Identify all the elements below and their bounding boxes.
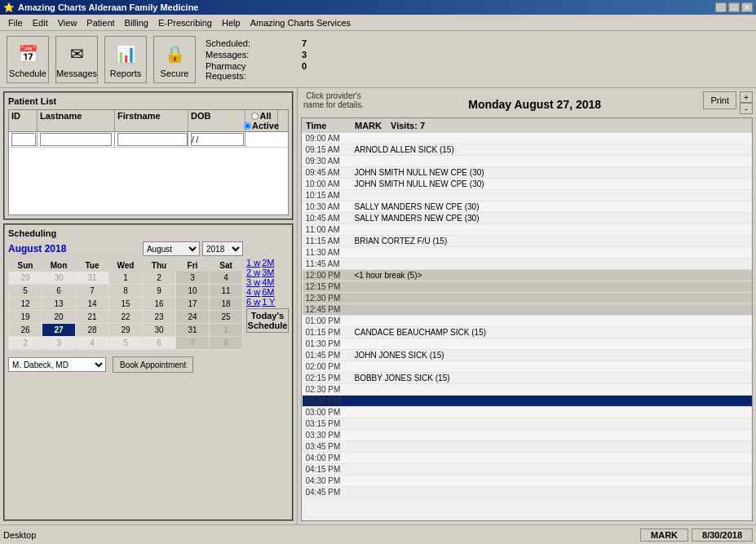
schedule-row[interactable]: 01:45 PMJOHN JONES SICK (15): [303, 350, 752, 361]
schedule-row[interactable]: 09:00 AM: [303, 133, 752, 144]
cal-day-3-2[interactable]: 21: [76, 311, 109, 324]
cal-day-0-1[interactable]: 30: [42, 272, 76, 285]
cal-day-3-4[interactable]: 23: [143, 311, 176, 324]
cal-day-5-3[interactable]: 5: [109, 337, 143, 350]
schedule-appointment[interactable]: [351, 224, 752, 236]
cal-day-0-0[interactable]: 29: [9, 272, 42, 285]
schedule-appointment[interactable]: SALLY MANDERS NEW CPE (30): [351, 213, 752, 224]
schedule-row[interactable]: 12:00 PM<1 hour break (5)>: [303, 270, 752, 281]
cal-day-4-6[interactable]: 1: [210, 324, 243, 337]
schedule-appointment[interactable]: JOHN JONES SICK (15): [351, 350, 752, 361]
schedule-row[interactable]: 03:45 PM: [303, 441, 752, 453]
cal-day-3-3[interactable]: 22: [109, 311, 143, 324]
week-link-2w[interactable]: 2 w3M: [246, 268, 289, 277]
cal-day-5-2[interactable]: 4: [76, 337, 109, 350]
menu-item-patient[interactable]: Patient: [82, 16, 119, 29]
book-appointment-button[interactable]: Book Appointment: [113, 356, 193, 373]
cal-day-5-1[interactable]: 3: [42, 337, 76, 350]
cal-day-4-3[interactable]: 29: [109, 324, 143, 337]
cal-day-4-0[interactable]: 26: [9, 324, 42, 337]
schedule-appointment[interactable]: CANDACE BEAUCHAMP SICK (15): [351, 327, 752, 338]
schedule-appointment[interactable]: [351, 247, 752, 259]
schedule-appointment[interactable]: SALLY MANDERS NEW CPE (30): [351, 201, 752, 213]
schedule-row[interactable]: 03:30 PM: [303, 430, 752, 441]
cal-day-2-0[interactable]: 12: [9, 298, 42, 311]
cal-day-5-5[interactable]: 7: [176, 337, 210, 350]
schedule-row[interactable]: 09:15 AMARNOLD ALLEN SICK (15): [303, 144, 752, 156]
schedule-row[interactable]: 04:15 PM: [303, 464, 752, 475]
cal-day-4-1[interactable]: 27: [42, 324, 76, 337]
schedule-row[interactable]: 01:15 PMCANDACE BEAUCHAMP SICK (15): [303, 327, 752, 338]
cal-day-1-1[interactable]: 6: [42, 285, 76, 298]
cal-day-4-4[interactable]: 30: [143, 324, 176, 337]
cal-day-5-0[interactable]: 2: [9, 337, 42, 350]
schedule-row[interactable]: 04:00 PM: [303, 453, 752, 464]
cal-day-0-2[interactable]: 31: [76, 272, 109, 285]
schedule-row[interactable]: 12:30 PM: [303, 293, 752, 304]
maximize-button[interactable]: □: [728, 2, 740, 12]
schedule-appointment[interactable]: [351, 418, 752, 430]
schedule-row[interactable]: 11:15 AMBRIAN CORTEZ F/U (15): [303, 236, 752, 247]
schedule-row[interactable]: 10:45 AMSALLY MANDERS NEW CPE (30): [303, 213, 752, 224]
menu-item-e-prescribing[interactable]: E-Prescribing: [153, 16, 217, 29]
menu-item-view[interactable]: View: [53, 16, 82, 29]
lastname-input[interactable]: [40, 133, 112, 146]
cal-day-2-2[interactable]: 14: [76, 298, 109, 311]
schedule-appointment[interactable]: [351, 487, 752, 498]
menu-item-help[interactable]: Help: [217, 16, 245, 29]
cal-day-1-0[interactable]: 5: [9, 285, 42, 298]
menu-item-amazing-charts-services[interactable]: Amazing Charts Services: [245, 16, 356, 29]
schedule-appointment[interactable]: [351, 304, 752, 316]
cal-day-0-5[interactable]: 3: [176, 272, 210, 285]
schedule-row[interactable]: 10:00 AMJOHN SMITH NULL NEW CPE (30): [303, 179, 752, 190]
schedule-appointment[interactable]: [351, 316, 752, 327]
zoom-out-button[interactable]: -: [740, 103, 753, 114]
schedule-row[interactable]: 02:00 PM: [303, 361, 752, 373]
schedule-appointment[interactable]: [351, 384, 752, 396]
cal-day-0-6[interactable]: 4: [210, 272, 243, 285]
schedule-appointment[interactable]: [351, 259, 752, 270]
schedule-appointment[interactable]: [351, 430, 752, 441]
schedule-button[interactable]: 📅 Schedule: [7, 36, 49, 83]
week-link-4w[interactable]: 4 w6M: [246, 287, 289, 297]
schedule-row[interactable]: 11:30 AM: [303, 247, 752, 259]
schedule-appointment[interactable]: [351, 293, 752, 304]
schedule-row[interactable]: 10:15 AM: [303, 190, 752, 201]
cal-day-1-5[interactable]: 10: [176, 285, 210, 298]
schedule-appointment[interactable]: [351, 156, 752, 167]
schedule-row[interactable]: 09:45 AMJOHN SMITH NULL NEW CPE (30): [303, 167, 752, 179]
cal-day-1-4[interactable]: 9: [143, 285, 176, 298]
week-link-6w[interactable]: 6 w1 Y: [246, 297, 289, 307]
schedule-row[interactable]: 01:00 PM: [303, 316, 752, 327]
id-input[interactable]: [11, 133, 36, 146]
schedule-row[interactable]: 11:45 AM: [303, 259, 752, 270]
cal-day-2-4[interactable]: 16: [143, 298, 176, 311]
menu-item-file[interactable]: File: [3, 16, 28, 29]
cal-day-1-3[interactable]: 8: [109, 285, 143, 298]
schedule-appointment[interactable]: <1 hour break (5)>: [351, 270, 752, 281]
schedule-appointment[interactable]: [351, 407, 752, 418]
schedule-appointment[interactable]: [351, 464, 752, 475]
zoom-in-button[interactable]: +: [740, 91, 753, 103]
cal-day-2-6[interactable]: 18: [210, 298, 243, 311]
schedule-row[interactable]: 09:30 AM: [303, 156, 752, 167]
active-radio[interactable]: [244, 122, 251, 130]
cal-day-3-0[interactable]: 19: [9, 311, 42, 324]
schedule-appointment[interactable]: [351, 190, 752, 201]
schedule-row[interactable]: 02:45 PM: [303, 396, 752, 407]
dob-input[interactable]: [191, 133, 244, 146]
schedule-appointment[interactable]: BOBBY JONES SICK (15): [351, 373, 752, 384]
schedule-appointment[interactable]: [351, 396, 752, 407]
cal-day-2-5[interactable]: 17: [176, 298, 210, 311]
schedule-row[interactable]: 10:30 AMSALLY MANDERS NEW CPE (30): [303, 201, 752, 213]
schedule-row[interactable]: 03:15 PM: [303, 418, 752, 430]
schedule-row[interactable]: 02:30 PM: [303, 384, 752, 396]
provider-select[interactable]: M. Dabeck, MD: [8, 357, 106, 372]
schedule-row[interactable]: 04:30 PM: [303, 475, 752, 487]
schedule-appointment[interactable]: [351, 361, 752, 373]
schedule-row[interactable]: 12:45 PM: [303, 304, 752, 316]
schedule-appointment[interactable]: [351, 281, 752, 293]
cal-day-0-4[interactable]: 2: [143, 272, 176, 285]
month-select[interactable]: JanuaryFebruaryMarchAprilMayJuneJulyAugu…: [143, 241, 200, 256]
schedule-appointment[interactable]: [351, 453, 752, 464]
